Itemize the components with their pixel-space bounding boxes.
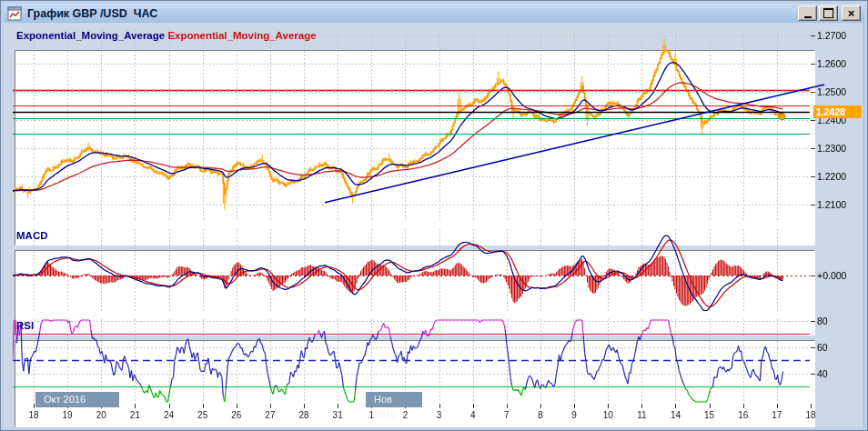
date-tick-label: 19 (63, 410, 73, 420)
macd-zero-label: +0.000 (817, 270, 846, 281)
date-tick-label: 21 (130, 410, 140, 420)
month-badge-october: Окт 2016 (35, 392, 119, 407)
current-price-badge: 1.2428 (813, 105, 862, 118)
rsi-tick-label: 40 (817, 368, 828, 379)
maximize-icon (823, 8, 833, 18)
chart-window: График GBP /USD ЧАС × Exponential_Moving… (0, 0, 868, 431)
date-tick-label: 24 (164, 410, 174, 420)
window-controls: × (798, 5, 861, 21)
date-tick-label: 9 (571, 410, 577, 420)
minimize-button[interactable] (798, 5, 817, 21)
date-tick-label: 27 (265, 410, 275, 420)
date-tick-label: 18 (28, 410, 38, 420)
close-button[interactable]: × (842, 5, 861, 21)
date-tick-label: 18 (805, 410, 815, 420)
date-tick-label: 16 (738, 410, 748, 420)
chart-app-icon (7, 6, 22, 21)
date-tick-label: 4 (470, 410, 476, 420)
price-tick-label: 1.2200 (817, 171, 846, 182)
price-tick-label: 1.2300 (817, 143, 846, 154)
macd-panel-label: MACD (16, 230, 48, 241)
macd-panel[interactable] (15, 250, 815, 336)
date-tick-label: 20 (96, 410, 106, 420)
date-tick-label: 17 (772, 410, 782, 420)
date-tick-label: 28 (298, 410, 308, 420)
ema-fast-legend-label: Exponential_Moving_Average (16, 30, 165, 41)
rsi-tick-label: 60 (817, 342, 828, 353)
chart-content (4, 23, 864, 427)
date-tick-label: 7 (504, 410, 510, 420)
price-tick-label: 1.2700 (817, 30, 846, 41)
window-titlebar[interactable]: График GBP /USD ЧАС × (4, 4, 864, 24)
date-tick-label: 14 (671, 410, 681, 420)
date-tick-label: 8 (538, 410, 543, 420)
date-tick-label: 15 (704, 410, 714, 420)
date-tick-label: 31 (333, 410, 343, 420)
rsi-tick-label: 80 (817, 316, 828, 326)
date-tick-label: 3 (437, 410, 442, 420)
date-tick-label: 10 (603, 410, 613, 420)
price-tick-label: 1.2600 (817, 58, 846, 69)
maximize-button[interactable] (819, 5, 838, 21)
date-tick-label: 11 (637, 410, 646, 420)
ema-slow-legend-label: Exponential_Moving_Average (167, 30, 316, 41)
price-tick-label: 1.2100 (817, 199, 846, 210)
date-tick-label: 25 (197, 410, 207, 420)
date-tick-label: 2 (403, 410, 409, 420)
month-badge-november: Нов 2016 (366, 392, 422, 407)
rsi-panel-label: RSI (16, 320, 34, 331)
price-tick-label: 1.2500 (817, 86, 846, 97)
indicator-legend: Exponential_Moving_Average Exponential_M… (16, 30, 317, 41)
window-title: График GBP /USD ЧАС (27, 7, 157, 20)
minimize-icon (804, 16, 812, 18)
price-chart-panel[interactable] (15, 50, 815, 246)
date-tick-label: 26 (231, 410, 241, 420)
